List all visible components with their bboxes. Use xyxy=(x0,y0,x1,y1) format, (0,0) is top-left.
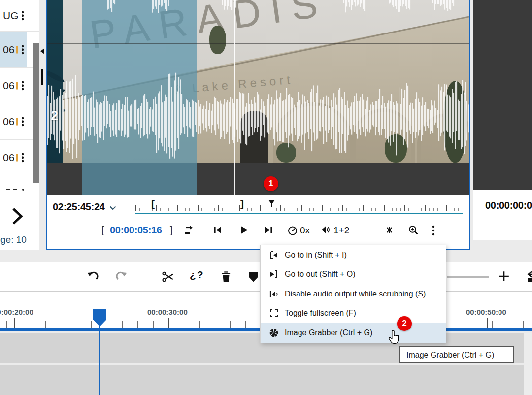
monitor-more-kebab-icon[interactable] xyxy=(432,225,435,236)
in-point-mark[interactable]: [ xyxy=(151,198,155,210)
bin-scrollbar[interactable] xyxy=(33,43,39,183)
next-page-button[interactable] xyxy=(11,207,24,226)
scrub-progress-line xyxy=(135,213,463,215)
clip-name: 06 xyxy=(3,80,14,92)
callout-badge-1: 1 xyxy=(264,176,278,191)
ruler-timecode-label: 00:00:50:00 xyxy=(466,308,506,316)
go-to-out-icon xyxy=(268,269,280,279)
video-playhead-line xyxy=(234,0,235,195)
next-frame-icon[interactable] xyxy=(263,225,274,235)
jump-to-playhead-icon[interactable] xyxy=(523,270,532,283)
kebab-menu-icon[interactable] xyxy=(20,152,25,164)
monitor-context-menu: Go to in (Shift + I) Go to out (Shift + … xyxy=(260,245,446,343)
clip-name: 06 xyxy=(3,152,14,164)
kebab-menu-icon[interactable] xyxy=(20,80,25,92)
menu-item-image-grabber[interactable]: Image Grabber (Ctrl + G) xyxy=(261,323,446,343)
insert-to-timeline-icon[interactable] xyxy=(184,225,195,235)
splitter-handle[interactable] xyxy=(41,69,43,85)
bin-clip-row[interactable]: UG xyxy=(0,0,39,32)
cut-scissors-icon[interactable] xyxy=(161,270,175,283)
timeline-track-2[interactable] xyxy=(0,365,532,395)
zoom-in-icon[interactable] xyxy=(408,225,419,236)
menu-item-disable-audio-scrub[interactable]: Disable audio output while scrubbing (S) xyxy=(261,284,446,304)
scrub-bar[interactable]: [ ] xyxy=(135,201,463,214)
menu-item-toggle-fullscreen[interactable]: Toggle fullscreen (F) xyxy=(261,304,446,324)
source-video-viewport[interactable]: PARADIS & Lake Resort 2 xyxy=(47,0,469,195)
marker-shield-icon[interactable] xyxy=(247,270,260,283)
audio-waveform xyxy=(47,0,469,195)
clip-name: UG xyxy=(3,10,19,22)
previous-frame-icon[interactable] xyxy=(212,225,223,235)
unlink-icon[interactable]: ¿? xyxy=(190,269,204,281)
waveform-display-icon[interactable] xyxy=(384,225,395,235)
kebab-menu-icon[interactable] xyxy=(20,10,25,22)
program-video-viewport[interactable] xyxy=(473,0,532,190)
play-icon[interactable] xyxy=(238,225,249,235)
playback-speed-value: 0x xyxy=(300,225,310,236)
redo-icon[interactable] xyxy=(115,270,128,283)
timeline-playhead-handle[interactable] xyxy=(93,309,106,327)
audio-channels-value: 1+2 xyxy=(333,225,349,236)
zoom-plus-icon[interactable] xyxy=(498,270,510,282)
current-timecode[interactable]: 02:25:45:24 xyxy=(53,201,105,213)
toolbar-divider xyxy=(145,267,145,287)
image-grabber-shutter-icon xyxy=(268,328,280,338)
clip-thumb-sliver xyxy=(16,46,18,53)
track-number-label: 2 xyxy=(51,108,58,124)
transport-controls: [ 00:00:05:16 ] 0x xyxy=(47,222,469,246)
source-monitor-controls: 02:25:45:24 [ ] [ 00:00:05:16 ] xyxy=(47,195,469,249)
menu-item-go-to-in[interactable]: Go to in (Shift + I) xyxy=(261,245,446,265)
scrub-playhead-handle[interactable] xyxy=(268,200,275,207)
kebab-menu-icon[interactable] xyxy=(20,44,25,56)
ruler-timecode-label: 00:00:30:00 xyxy=(147,308,188,316)
video-editor-app: UG 06 06 06 06 xyxy=(0,0,532,395)
timeline-playhead-line xyxy=(99,325,100,395)
delete-trash-icon[interactable] xyxy=(220,270,233,283)
clip-name: 06 xyxy=(3,116,14,128)
duration-out-bracket: ] xyxy=(170,225,173,236)
source-monitor-panel: PARADIS & Lake Resort 2 xyxy=(46,0,470,250)
callout-badge-2: 2 xyxy=(397,316,412,331)
timeline-scrollbar[interactable] xyxy=(524,333,532,395)
kebab-menu-icon[interactable] xyxy=(20,116,25,128)
program-monitor-panel: 00:00:00:00 xyxy=(473,0,532,240)
chevron-down-icon[interactable] xyxy=(109,206,116,210)
duration-timecode[interactable]: 00:00:05:16 xyxy=(110,225,162,236)
clip-thumb-sliver xyxy=(16,118,18,125)
scrub-ticks-major xyxy=(135,205,463,211)
timeline-zoom-slider[interactable] xyxy=(447,276,489,278)
collapse-panel-icon[interactable] xyxy=(40,48,44,54)
speaker-icon[interactable] xyxy=(320,225,331,235)
duration-in-bracket: [ xyxy=(101,225,104,236)
go-to-in-icon xyxy=(268,250,280,260)
clip-thumb-sliver xyxy=(16,82,18,89)
out-point-mark[interactable]: ] xyxy=(240,198,244,210)
clip-thumb-sliver xyxy=(16,154,18,161)
undo-icon[interactable] xyxy=(87,270,100,283)
hand-cursor-icon xyxy=(387,330,400,345)
playback-speed-icon[interactable] xyxy=(287,225,299,236)
page-indicator: ge: 10 xyxy=(0,234,27,245)
clip-name: 06 xyxy=(3,44,14,56)
program-timecode[interactable]: 00:00:00:00 xyxy=(485,200,532,211)
tooltip: Image Grabber (Ctrl + G) xyxy=(399,346,514,363)
menu-item-go-to-out[interactable]: Go to out (Shift + O) xyxy=(261,265,446,285)
fullscreen-icon xyxy=(268,308,280,318)
mute-scrub-icon xyxy=(268,289,280,299)
ruler-timecode-label: 00:00:20:00 xyxy=(0,308,33,316)
